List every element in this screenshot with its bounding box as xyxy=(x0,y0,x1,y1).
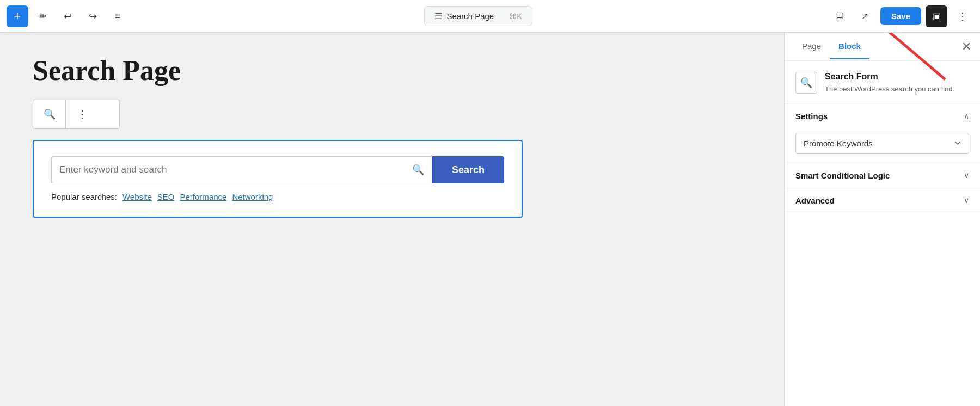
page-title-pill[interactable]: ☰ Search Page ⌘K xyxy=(424,6,532,26)
promote-keywords-select[interactable]: Promote Keywords Default Custom xyxy=(795,133,969,154)
editor-area: Search Page 🔍 ⋮ 🔍 Search Popular searche… xyxy=(0,33,784,406)
more-icon: ⋮ xyxy=(957,10,968,23)
list-view-button[interactable]: ≡ xyxy=(107,5,128,27)
sidebar-close-button[interactable]: ✕ xyxy=(961,40,971,54)
tab-page[interactable]: Page xyxy=(793,34,830,59)
sidebar-toggle-button[interactable]: ▣ xyxy=(926,5,947,27)
settings-label: Settings xyxy=(795,112,828,121)
sidebar: Page Block ✕ 🔍 xyxy=(784,33,980,406)
advanced-label: Advanced xyxy=(795,196,835,205)
block-more-button[interactable]: ⋮ xyxy=(66,100,99,128)
popular-link-seo[interactable]: SEO xyxy=(157,192,175,201)
page-heading: Search Page xyxy=(33,54,751,87)
advanced-section: Advanced ∨ xyxy=(785,188,980,213)
tab-block[interactable]: Block xyxy=(830,34,869,59)
block-info-text: Search Form The best WordPress search yo… xyxy=(825,72,954,95)
page-icon: ☰ xyxy=(434,11,442,21)
smart-conditional-section: Smart Conditional Logic ∨ xyxy=(785,163,980,188)
search-row: 🔍 Search xyxy=(51,156,504,183)
sidebar-block-info: 🔍 Search Form The best WordPress search … xyxy=(785,61,980,104)
sidebar-header: Page Block ✕ xyxy=(785,33,980,61)
advanced-chevron: ∨ xyxy=(964,196,969,205)
popular-label: Popular searches: xyxy=(51,192,117,201)
smart-conditional-toggle[interactable]: Smart Conditional Logic ∨ xyxy=(785,163,980,188)
popular-link-performance[interactable]: Performance xyxy=(180,192,227,201)
block-search-icon: 🔍 xyxy=(44,108,56,120)
search-block: 🔍 Search Popular searches: Website SEO P… xyxy=(33,140,523,218)
smart-conditional-label: Smart Conditional Logic xyxy=(795,171,890,180)
popular-link-website[interactable]: Website xyxy=(122,192,152,201)
search-input-icon: 🔍 xyxy=(412,164,424,176)
add-block-button[interactable]: + xyxy=(7,5,28,27)
settings-section-toggle[interactable]: Settings ∧ xyxy=(785,104,980,128)
redo-icon: ↪ xyxy=(89,10,97,22)
monitor-preview-button[interactable]: 🖥 xyxy=(828,5,850,27)
list-icon: ≡ xyxy=(115,10,121,22)
save-button[interactable]: Save xyxy=(880,7,921,25)
external-link-icon: ↗ xyxy=(861,11,868,21)
block-name: Search Form xyxy=(825,72,954,82)
external-link-button[interactable]: ↗ xyxy=(854,5,876,27)
more-options-button[interactable]: ⋮ xyxy=(952,5,973,27)
settings-section: Settings ∧ Promote Keywords Default Cust… xyxy=(785,104,980,163)
pen-icon: ✏ xyxy=(39,10,47,22)
block-search-button[interactable]: 🔍 xyxy=(33,100,66,128)
settings-chevron-up: ∧ xyxy=(964,112,969,120)
advanced-toggle[interactable]: Advanced ∨ xyxy=(785,188,980,213)
monitor-icon: 🖥 xyxy=(834,10,844,22)
settings-content: Promote Keywords Default Custom xyxy=(785,128,980,163)
keyboard-shortcut: ⌘K xyxy=(509,12,522,21)
search-input-wrap: 🔍 xyxy=(51,156,432,183)
undo-button[interactable]: ↩ xyxy=(57,5,78,27)
popular-searches-row: Popular searches: Website SEO Performanc… xyxy=(51,192,504,201)
block-icon: 🔍 xyxy=(795,72,817,94)
pen-tool-button[interactable]: ✏ xyxy=(32,5,53,27)
block-more-icon: ⋮ xyxy=(77,108,87,120)
topbar-left: + ✏ ↩ ↪ ≡ xyxy=(7,5,128,27)
page-title: Search Page xyxy=(446,11,494,21)
main-area: Search Page 🔍 ⋮ 🔍 Search Popular searche… xyxy=(0,33,980,406)
redo-button[interactable]: ↪ xyxy=(82,5,103,27)
topbar: + ✏ ↩ ↪ ≡ ☰ Search Page ⌘K 🖥 ↗ Save ▣ xyxy=(0,0,980,33)
block-description: The best WordPress search you can find. xyxy=(825,84,954,95)
sidebar-toggle-icon: ▣ xyxy=(933,11,941,21)
topbar-center: ☰ Search Page ⌘K xyxy=(133,6,824,26)
search-input[interactable] xyxy=(59,157,412,183)
popular-link-networking[interactable]: Networking xyxy=(232,192,273,201)
smart-conditional-chevron: ∨ xyxy=(964,171,969,180)
undo-icon: ↩ xyxy=(64,10,72,22)
search-form-icon: 🔍 xyxy=(800,77,812,89)
topbar-right: 🖥 ↗ Save ▣ ⋮ xyxy=(828,5,973,27)
search-button[interactable]: Search xyxy=(432,156,504,183)
block-toolbar: 🔍 ⋮ xyxy=(33,100,120,129)
